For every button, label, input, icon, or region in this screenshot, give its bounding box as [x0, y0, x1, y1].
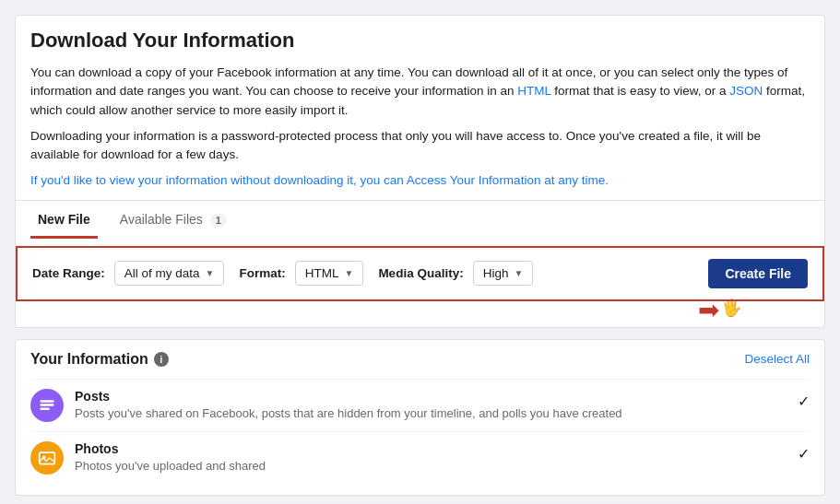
controls-section: Date Range: All of my data ▼ Format: HTM… [16, 246, 824, 301]
json-link[interactable]: JSON [729, 84, 763, 98]
date-range-dropdown[interactable]: All of my data ▼ [114, 261, 225, 286]
photos-icon [30, 441, 64, 475]
svg-rect-3 [40, 452, 55, 464]
cursor-icon: 🖐 [721, 298, 741, 323]
chevron-down-icon: ▼ [514, 268, 523, 278]
your-information-header: Your Information i Deselect All [30, 351, 810, 368]
info-paragraph-1: You can download a copy of your Facebook… [30, 64, 810, 120]
svg-rect-1 [41, 404, 54, 406]
format-dropdown[interactable]: HTML ▼ [295, 261, 364, 286]
arrow-indicator: ➡ 🖐 [16, 298, 824, 323]
chevron-down-icon: ▼ [344, 268, 353, 278]
date-range-label: Date Range: [32, 266, 105, 280]
deselect-all-link[interactable]: Deselect All [744, 352, 810, 366]
info-paragraph-2: Downloading your information is a passwo… [30, 127, 810, 165]
page-title: Download Your Information [30, 29, 810, 53]
tab-new-file[interactable]: New File [30, 201, 98, 239]
list-item: Photos Photos you've uploaded and shared… [30, 431, 810, 484]
chevron-down-icon: ▼ [206, 268, 215, 278]
tabs-container: New File Available Files 1 [16, 200, 824, 239]
photos-description: Photos you've uploaded and shared [75, 458, 787, 475]
format-value: HTML [305, 266, 339, 280]
posts-icon [30, 389, 64, 422]
media-quality-value: High [483, 266, 509, 280]
available-files-badge: 1 [210, 214, 227, 227]
info-icon[interactable]: i [154, 352, 169, 367]
photos-title: Photos [75, 441, 787, 456]
media-quality-label: Media Quality: [378, 266, 463, 280]
svg-rect-2 [41, 407, 50, 410]
your-information-section: Your Information i Deselect All Posts Po… [15, 339, 825, 496]
format-group: Format: HTML ▼ [239, 261, 363, 286]
posts-description: Posts you've shared on Facebook, posts t… [75, 405, 787, 422]
html-link[interactable]: HTML [517, 84, 550, 98]
posts-checkmark[interactable]: ✓ [798, 393, 810, 410]
date-range-value: All of my data [124, 266, 200, 280]
right-arrow-icon: ➡ [698, 298, 719, 323]
posts-title: Posts [75, 389, 787, 404]
tab-available-files[interactable]: Available Files 1 [112, 201, 234, 239]
posts-content: Posts Posts you've shared on Facebook, p… [75, 389, 787, 422]
info-paragraph-3: If you'd like to view your information w… [30, 171, 810, 190]
media-quality-group: Media Quality: High ▼ [378, 261, 533, 286]
svg-rect-0 [41, 400, 54, 403]
photos-content: Photos Photos you've uploaded and shared [75, 441, 787, 475]
list-item: Posts Posts you've shared on Facebook, p… [30, 379, 810, 431]
date-range-group: Date Range: All of my data ▼ [32, 261, 224, 286]
photos-checkmark[interactable]: ✓ [798, 445, 810, 463]
create-file-button[interactable]: Create File [708, 259, 808, 288]
format-label: Format: [239, 266, 285, 280]
media-quality-dropdown[interactable]: High ▼ [473, 261, 534, 286]
access-your-information-link[interactable]: Access Your Information [407, 173, 541, 187]
your-information-title: Your Information i [30, 351, 169, 368]
